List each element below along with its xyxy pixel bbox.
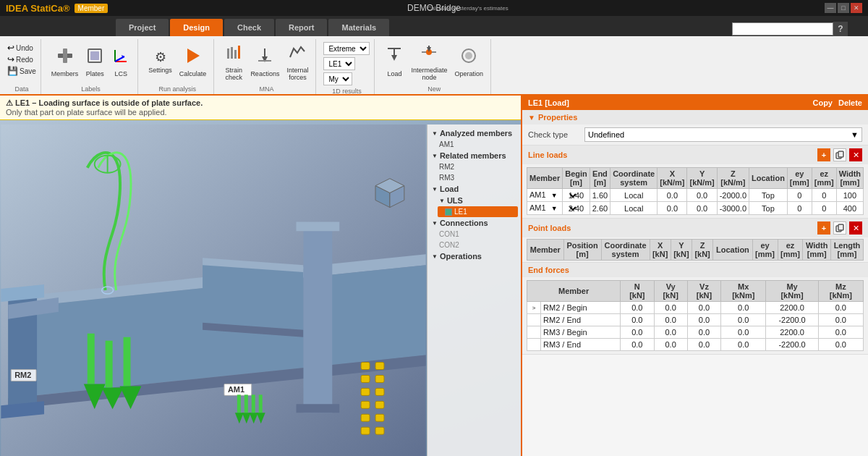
member-badge: Member — [75, 4, 109, 13]
operation-button[interactable]: Operation — [451, 45, 486, 79]
search-input[interactable] — [732, 22, 833, 35]
load-button[interactable]: Load — [382, 45, 407, 79]
strain-check-button[interactable]: Straincheck — [221, 41, 246, 83]
connections-header[interactable]: ▼ Connections — [427, 217, 521, 229]
delete-button[interactable]: Delete — [838, 98, 862, 107]
tab-project[interactable]: Project — [116, 19, 169, 36]
copy-button[interactable]: Copy — [812, 98, 833, 107]
reactions-button[interactable]: Reactions — [247, 45, 282, 79]
window-buttons[interactable]: — □ ✕ — [825, 3, 862, 13]
mna-label: MNA — [221, 84, 311, 93]
ef-mz-0: 0.0 — [818, 302, 863, 314]
redo-icon: ↪ — [7, 54, 14, 64]
point-loads-copy-button[interactable] — [833, 221, 846, 235]
tree-item-am1[interactable]: AM1 — [427, 139, 521, 150]
tree-item-le1[interactable]: LE1 — [438, 206, 518, 217]
intermediate-node-button[interactable]: Intermediatenode — [408, 41, 450, 83]
ef-expand-1[interactable] — [527, 314, 541, 326]
svg-point-26 — [465, 52, 472, 59]
ef-vy-3: 0.0 — [654, 339, 687, 351]
ll-ez-1: 0 — [812, 202, 836, 215]
my-select[interactable]: My — [323, 72, 352, 85]
end-force-row[interactable]: > RM2 / Begin 0.0 0.0 0.0 0.0 2200.0 0.0 — [527, 302, 864, 314]
point-loads-delete-button[interactable]: ✕ — [849, 221, 862, 235]
svg-rect-69 — [375, 414, 384, 421]
point-loads-table-container: Member Position[m] Coordinatesystem X[kN… — [522, 237, 868, 262]
dropdown-arrow-icon: ▼ — [851, 130, 859, 139]
uls-arrow: ▼ — [439, 198, 445, 204]
internal-forces-button[interactable]: Internalforces — [284, 41, 311, 83]
undo-icon: ↩ — [7, 43, 14, 53]
le1-checkbox — [445, 208, 452, 216]
tree-item-rm3[interactable]: RM3 — [427, 172, 521, 183]
redo-button[interactable]: ↪ Redo — [6, 54, 38, 65]
ef-my-2: 2200.0 — [766, 326, 818, 339]
undo-button[interactable]: ↩ Undo — [6, 42, 38, 54]
tree-item-con2[interactable]: CON2 — [427, 240, 521, 250]
ef-expand-2[interactable] — [527, 326, 541, 339]
properties-section: ▼ Properties Check type Undefined ▼ — [522, 110, 868, 145]
redo-label: Redo — [16, 56, 33, 64]
line-loads-add-button[interactable]: + — [817, 148, 830, 161]
ef-n-1: 0.0 — [621, 314, 654, 326]
lcs-label: LCS — [115, 70, 128, 77]
ll-end-1: 2.60 — [590, 202, 610, 215]
line-load-row[interactable]: AM1 ▼ 1.40 1.60 Local 0.0 0.0 -2000.0 To… — [527, 189, 864, 202]
settings-button[interactable]: ⚙ Settings — [145, 48, 175, 75]
col-ez: ez[mm] — [812, 168, 836, 189]
tab-materials[interactable]: Materials — [328, 19, 389, 36]
members-icon — [56, 46, 75, 69]
minimize-button[interactable]: — — [825, 3, 836, 13]
tab-check[interactable]: Check — [224, 19, 274, 36]
save-button[interactable]: 💾 Save — [6, 65, 38, 77]
uls-header[interactable]: ▼ ULS — [435, 195, 521, 206]
load-header[interactable]: ▼ Load — [427, 183, 521, 195]
calculate-button[interactable]: Calculate — [176, 45, 210, 79]
lcs-button[interactable]: LCS — [109, 45, 133, 79]
properties-header[interactable]: ▼ Properties — [522, 110, 868, 124]
close-button[interactable]: ✕ — [851, 3, 862, 13]
ef-expand-0[interactable]: > — [527, 302, 541, 314]
ll-loc-1: Top — [749, 202, 788, 215]
members-button[interactable]: Members — [48, 45, 82, 79]
results-1d-label: 1D results — [323, 88, 370, 95]
tree-item-rm2[interactable]: RM2 — [427, 161, 521, 172]
ef-expand-3[interactable] — [527, 339, 541, 351]
viewport[interactable]: ⚠ LE1 – Loading surface is outside of pl… — [0, 96, 521, 456]
operations-header[interactable]: ▼ Operations — [427, 250, 521, 262]
titlebar: IDEA StatiCa® Member Calculate yesterday… — [0, 0, 868, 16]
end-force-row[interactable]: RM3 / Begin 0.0 0.0 0.0 0.0 2200.0 0.0 — [527, 326, 864, 339]
end-force-row[interactable]: RM3 / End 0.0 0.0 0.0 0.0 -2200.0 0.0 — [527, 339, 864, 351]
tab-report[interactable]: Report — [276, 19, 327, 36]
line-loads-delete-button[interactable]: ✕ — [849, 148, 862, 161]
maximize-button[interactable]: □ — [838, 3, 849, 13]
tab-design[interactable]: Design — [170, 19, 223, 36]
svg-rect-44 — [88, 334, 95, 384]
svg-rect-71 — [375, 427, 384, 434]
warning-subtitle: Only that part on plate surface will be … — [6, 108, 515, 117]
line-load-row[interactable]: AM1 ▼ 2.40 2.60 Local 0.0 0.0 -3000.0 To… — [527, 202, 864, 215]
help-button[interactable]: ? — [833, 22, 848, 36]
svg-rect-12 — [231, 47, 233, 59]
pt-col-y: Y[kN] — [671, 240, 692, 261]
pt-col-pos: Position[m] — [563, 240, 601, 261]
svg-marker-10 — [187, 48, 200, 63]
le1-select[interactable]: LE1 — [323, 57, 355, 70]
analyzed-members-header[interactable]: ▼ Analyzed members — [427, 127, 521, 139]
properties-title: Properties — [538, 113, 577, 122]
svg-marker-38 — [297, 221, 340, 231]
line-loads-copy-button[interactable] — [833, 148, 846, 161]
check-type-dropdown[interactable]: Undefined ▼ — [584, 127, 862, 142]
plates-button[interactable]: Plates — [82, 45, 107, 79]
extreme-select[interactable]: Extreme — [323, 42, 370, 55]
point-loads-add-button[interactable]: + — [817, 221, 830, 235]
tree-item-con1[interactable]: CON1 — [427, 229, 521, 240]
col-end: End[m] — [590, 168, 610, 189]
ef-col-n: N[kN] — [621, 281, 654, 302]
related-members-header[interactable]: ▼ Related members — [427, 150, 521, 161]
line-loads-title: Line loads — [528, 151, 814, 159]
results-combo-group: Extreme LE1 My 1D results — [319, 39, 375, 94]
end-force-row[interactable]: RM2 / End 0.0 0.0 0.0 0.0 -2200.0 0.0 — [527, 314, 864, 326]
save-icon: 💾 — [7, 66, 18, 76]
ef-my-1: -2200.0 — [766, 314, 818, 326]
